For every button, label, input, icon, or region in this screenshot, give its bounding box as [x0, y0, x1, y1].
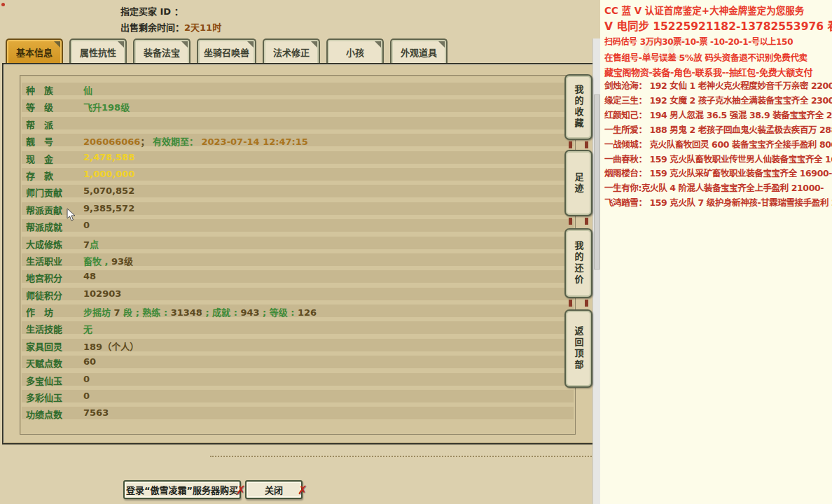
info-label: 多宝仙玉: [26, 374, 85, 387]
info-row: 家具回灵189（个人）: [20, 337, 575, 354]
info-value: 7563: [83, 407, 109, 418]
listing-line: 剑烛沧海： 192 女仙 1 老神火克火程度妙音千万亲密 22000-: [604, 78, 832, 92]
close-x-icon[interactable]: ✗: [298, 483, 307, 497]
character-info-panel: 种 族仙等 级飞升198级帮 派靓 号206066066； 有效期至： 2023…: [2, 63, 597, 444]
ad-line: V 电同步 15225921182-13782553976 看号估号: [604, 18, 832, 33]
info-value: 畜牧 , 93级: [83, 254, 133, 267]
info-label: 种 族: [26, 83, 85, 97]
recording-dot-icon: [1, 3, 5, 6]
side-tab[interactable]: 我的还价: [564, 228, 592, 298]
info-label: 多彩仙玉: [26, 391, 85, 404]
close-button[interactable]: 关闭 ✗: [245, 480, 303, 499]
ad-line: CC 蓝 V 认证首席鉴定+大神金牌鉴定为您服务: [604, 3, 832, 17]
divider: [210, 456, 592, 457]
info-row: 功绩点数7563: [20, 405, 575, 421]
info-label: 功绩点数: [26, 407, 85, 421]
info-label: 靓 号: [26, 134, 85, 148]
info-label: 生活职业: [26, 254, 85, 267]
info-label: 存 款: [26, 169, 85, 182]
seller-ad-panel: CC CC 蓝 V 认证首席鉴定+大神金牌鉴定为您服务V 电同步 1522592…: [600, 0, 832, 504]
side-tab[interactable]: 我的收藏: [564, 74, 592, 140]
game-tab[interactable]: 装备法宝: [133, 38, 190, 64]
info-value: 189（个人）: [83, 340, 139, 353]
game-tabs: 基本信息属性抗性装备法宝坐骑召唤兽法术修正小孩外观道具: [6, 38, 448, 64]
info-row: 现 金2,478,588: [20, 149, 575, 166]
login-server-buy-button[interactable]: 登录“傲雪凌霜”服务器购买 ✗: [123, 480, 241, 499]
screen: 指定买家 ID ： 出售剩余时间：2天11时 基本信息属性抗性装备法宝坐骑召唤兽…: [0, 0, 832, 504]
info-label: 家具回灵: [26, 340, 85, 353]
game-tab[interactable]: 坐骑召唤兽: [197, 38, 256, 64]
game-tab[interactable]: 属性抗性: [69, 38, 127, 64]
info-value: 102903: [83, 288, 121, 299]
sale-time-value: 2天11时: [184, 22, 221, 33]
info-row: 作 坊步摇坊 7 段 ; 熟练 : 31348 ; 成就 : 943 ; 等级 …: [20, 302, 575, 319]
ad-line: 藏宝阁物资-装备-角色-联系我--抽红包-免费大额支付: [604, 65, 832, 78]
close-label: 关闭: [265, 483, 283, 496]
info-label: 地宫积分: [26, 271, 85, 284]
info-value: 无: [83, 322, 92, 335]
info-value: 2,478,588: [83, 152, 134, 162]
info-value: 仙: [83, 83, 92, 97]
info-value: 飞升198级: [83, 100, 130, 113]
listing-line: 一生所爱： 188 男鬼 2 老孩子回血鬼火装孟极去疾百万 28888: [604, 122, 832, 136]
info-value: 206066066； 有效期至： 2023-07-14 12:47:15: [83, 134, 308, 148]
side-tab[interactable]: 返回顶部: [564, 309, 592, 388]
listing-line: 一生有你:克火队 4 阶混人装备宝宝齐全上手盈利 21000-: [604, 181, 832, 194]
side-tab-connector: [564, 141, 592, 149]
info-row: 师门贡献5,070,852: [20, 183, 575, 200]
info-value: 1,000,000: [83, 169, 134, 179]
mouse-cursor-icon: [67, 208, 76, 225]
info-value: 9,385,572: [83, 203, 134, 214]
info-row: 靓 号206066066； 有效期至： 2023-07-14 12:47:15: [20, 132, 575, 148]
info-row: 师徒积分102903: [20, 286, 575, 302]
login-server-buy-label: 登录“傲雪凌霜”服务器购买: [126, 483, 238, 496]
info-row: 生活技能无: [20, 319, 575, 336]
info-row: 等 级飞升198级: [20, 97, 575, 114]
listing-line: 红颜知己： 194 男人忽混 36.5 强混 38.9 装备宝宝齐全 27500…: [604, 108, 832, 121]
side-tab[interactable]: 足迹: [564, 150, 592, 216]
game-tab[interactable]: 小孩: [326, 38, 384, 64]
ad-line: 在售组号-单号误差 5%放 码头资备退不识别免费代卖: [604, 50, 832, 64]
info-row: 多宝仙玉0: [20, 371, 575, 388]
info-row: 生活职业畜牧 , 93级: [20, 251, 575, 268]
info-label: 师徒积分: [26, 288, 85, 302]
info-value: 60: [83, 356, 96, 367]
info-label: 师门贡献: [26, 186, 85, 199]
info-row: 多彩仙玉0: [20, 388, 575, 405]
buyer-id-label: 指定买家 ID ：: [120, 6, 183, 17]
info-label: 天赋点数: [26, 356, 85, 370]
game-tab[interactable]: 法术修正: [263, 38, 320, 64]
info-label: 现 金: [26, 152, 85, 165]
info-row: 种 族仙: [20, 80, 575, 97]
info-value: 7点: [83, 237, 99, 251]
info-label: 大成修炼: [26, 237, 85, 251]
listing-line: 一战倾城： 克火队畜牧回灵 600 装备宝宝齐全接手盈利 8000: [604, 137, 832, 150]
game-tab[interactable]: 外观道具: [390, 38, 448, 64]
close-x-icon[interactable]: ✗: [236, 483, 246, 497]
listing-line: 缘定三生： 192 女魔 2 孩子克水抽全满装备宝宝齐全 23000-: [604, 93, 832, 106]
buyer-id-row: 指定买家 ID ：: [120, 4, 183, 18]
scrollbar-thumb[interactable]: [594, 94, 600, 270]
sale-time-row: 出售剩余时间：2天11时: [120, 20, 221, 34]
ad-line: 扫码估号 3万内30票-10-票 -10-20-1-号以上150: [604, 35, 832, 47]
side-tab-connector: [564, 299, 592, 307]
side-tab-connector: [564, 217, 592, 225]
game-tab[interactable]: 基本信息: [6, 38, 63, 64]
info-rows: 种 族仙等 级飞升198级帮 派靓 号206066066； 有效期至： 2023…: [20, 75, 576, 435]
info-row: 地宫积分48: [20, 268, 575, 285]
info-row: 帮派成就0: [20, 217, 575, 234]
info-value: 5,070,852: [83, 186, 134, 196]
info-label: 生活技能: [26, 322, 85, 335]
scrollbar[interactable]: [592, 38, 600, 504]
sale-time-label: 出售剩余时间：: [120, 22, 184, 33]
listing-line: 烟雨楼台： 159 克火队采矿畜牧职业装备宝宝齐全 16900-: [604, 166, 832, 179]
info-label: 作 坊: [26, 305, 85, 318]
info-row: 存 款1,000,000: [20, 166, 575, 183]
info-label: 等 级: [26, 100, 85, 113]
listing-line: 飞鸿踏雪： 159 克火队 7 级护身新神孩-甘霖瑞雪接手盈利 21: [604, 195, 832, 209]
info-value: 0: [83, 374, 90, 384]
info-value: 步摇坊 7 段 ; 熟练 : 31348 ; 成就 : 943 ; 等级 : 1…: [83, 305, 317, 318]
info-value: 48: [83, 271, 96, 281]
info-label: 帮 派: [26, 118, 85, 131]
listing-line: 一曲春秋： 159 克火队畜牧职业传世男人仙装备宝宝齐全 160: [604, 152, 832, 165]
